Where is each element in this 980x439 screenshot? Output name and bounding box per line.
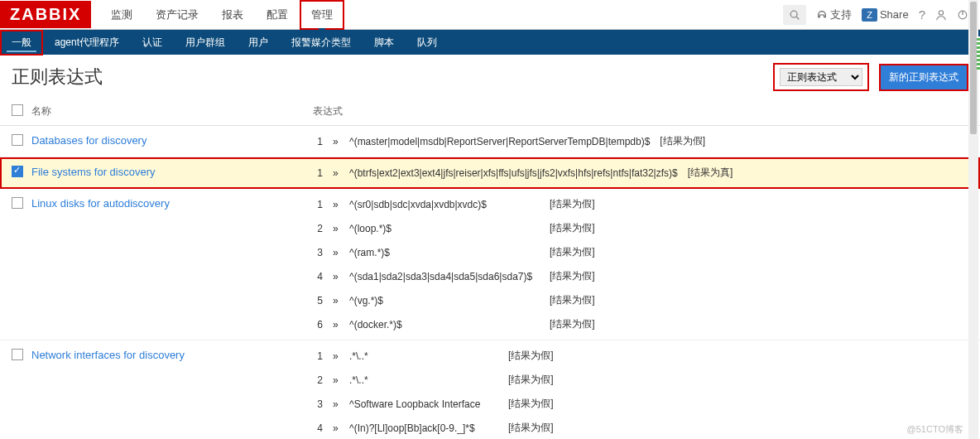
arrow-icon: » <box>333 350 339 362</box>
subnav-item-7[interactable]: 队列 <box>406 30 449 55</box>
arrow-icon: » <box>333 422 339 434</box>
user-button[interactable] <box>935 9 947 21</box>
expr-pattern: ^(btrfs|ext2|ext3|ext4|jfs|reiser|xfs|ff… <box>349 167 678 179</box>
expression-line: 5»^(vg.*)$[结果为假] <box>313 293 968 307</box>
regexp-name-link[interactable]: Databases for discovery <box>31 134 147 147</box>
regexp-table: 名称 表达式 Databases for discovery1»^(master… <box>0 98 980 439</box>
type-select[interactable]: 正则表达式 <box>780 68 862 86</box>
top-nav: 监测资产记录报表配置管理 <box>99 0 783 30</box>
expr-result: [结果为假] <box>508 373 554 387</box>
scrollbar-thumb[interactable] <box>970 2 977 134</box>
new-regexp-button[interactable]: 新的正则表达式 <box>879 64 968 91</box>
expr-result: [结果为假] <box>508 397 554 411</box>
expr-pattern: ^(docker.*)$ <box>349 319 540 330</box>
type-select-wrap: 正则表达式 <box>773 63 869 91</box>
expr-index: 2 <box>313 223 323 234</box>
expr-result: [结果为假] <box>660 134 705 148</box>
select-all-checkbox[interactable] <box>12 104 23 116</box>
svg-point-0 <box>790 11 797 17</box>
svg-line-1 <box>796 17 799 19</box>
expression-line: 3»^Software Loopback Interface[结果为假] <box>313 397 968 411</box>
column-expr-header: 表达式 <box>313 104 968 118</box>
regexp-name-link[interactable]: Network interfaces for discovery <box>31 349 185 361</box>
arrow-icon: » <box>333 136 339 147</box>
support-link[interactable]: 支持 <box>816 7 852 22</box>
topnav-item-4[interactable]: 管理 <box>300 0 344 30</box>
expr-result: [结果为假] <box>550 317 595 331</box>
table-row: Network interfaces for discovery1».*\..*… <box>0 340 980 439</box>
expression-line: 1»^(sr0|sdb|sdc|xvda|xvdb|xvdc)$[结果为假] <box>313 197 968 211</box>
expr-pattern: .*\..* <box>349 350 498 362</box>
arrow-icon: » <box>333 199 339 210</box>
expr-pattern: ^(sda1|sda2|sda3|sda4|sda5|sda6|sda7)$ <box>349 271 540 282</box>
table-header: 名称 表达式 <box>0 98 980 126</box>
arrow-icon: » <box>333 398 339 410</box>
arrow-icon: » <box>333 319 339 330</box>
arrow-icon: » <box>333 271 339 282</box>
expr-pattern: ^(vg.*)$ <box>349 295 540 306</box>
subnav-item-1[interactable]: agent代理程序 <box>43 30 131 55</box>
expression-line: 1».*\..*[结果为假] <box>313 349 968 363</box>
arrow-icon: » <box>333 167 339 179</box>
subnav-item-2[interactable]: 认证 <box>131 30 174 55</box>
expr-index: 3 <box>313 247 323 258</box>
expr-pattern: ^(master|model|msdb|ReportServer|ReportS… <box>349 136 650 147</box>
expr-index: 4 <box>313 271 323 282</box>
table-body: Databases for discovery1»^(master|model|… <box>0 126 980 439</box>
row-checkbox[interactable] <box>12 166 23 177</box>
svg-point-2 <box>939 10 943 14</box>
table-row: Linux disks for autodiscovery1»^(sr0|sdb… <box>0 189 980 340</box>
user-icon <box>935 9 947 21</box>
side-indicator <box>977 36 980 70</box>
subnav-item-0[interactable]: 一般 <box>0 30 43 55</box>
expression-line: 6»^(docker.*)$[结果为假] <box>313 317 968 331</box>
arrow-icon: » <box>333 223 339 234</box>
title-row: 正则表达式 正则表达式 新的正则表达式 <box>0 55 980 98</box>
arrow-icon: » <box>333 295 339 306</box>
table-row: File systems for discovery1»^(btrfs|ext2… <box>0 157 980 189</box>
subnav-item-4[interactable]: 用户 <box>237 30 280 55</box>
expression-line: 3»^(ram.*)$[结果为假] <box>313 245 968 259</box>
expr-pattern: ^Software Loopback Interface <box>349 398 498 410</box>
expr-index: 1 <box>313 350 323 362</box>
share-label: Share <box>880 8 909 21</box>
subnav-item-3[interactable]: 用户群组 <box>174 30 237 55</box>
support-label: 支持 <box>830 7 852 22</box>
subnav-item-6[interactable]: 脚本 <box>363 30 406 55</box>
topnav-item-0[interactable]: 监测 <box>99 0 144 30</box>
column-name-header: 名称 <box>31 104 313 118</box>
expr-result: [结果为假] <box>550 197 595 211</box>
arrow-icon: » <box>333 247 339 258</box>
row-checkbox[interactable] <box>12 349 23 360</box>
row-checkbox[interactable] <box>12 197 23 209</box>
expr-pattern: ^(loop.*)$ <box>349 223 540 234</box>
topnav-item-1[interactable]: 资产记录 <box>144 0 210 30</box>
watermark: @51CTO博客 <box>907 423 963 436</box>
expression-line: 1»^(btrfs|ext2|ext3|ext4|jfs|reiser|xfs|… <box>313 166 968 180</box>
expression-line: 4»^(In)?[Ll]oop[Bb]ack[0-9._]*$[结果为假] <box>313 421 968 435</box>
expr-index: 5 <box>313 295 323 306</box>
search-button[interactable] <box>783 5 806 25</box>
logout-button[interactable] <box>957 9 968 21</box>
expr-result: [结果为假] <box>550 269 595 283</box>
share-link[interactable]: Z Share <box>862 8 908 22</box>
expr-pattern: .*\..* <box>349 374 498 386</box>
expr-pattern: ^(In)?[Ll]oop[Bb]ack[0-9._]*$ <box>349 422 498 434</box>
expr-index: 4 <box>313 422 323 434</box>
share-badge: Z <box>862 8 877 22</box>
logo: ZABBIX <box>0 1 91 28</box>
expr-index: 6 <box>313 319 323 330</box>
topnav-item-3[interactable]: 配置 <box>255 0 300 30</box>
row-checkbox[interactable] <box>12 134 23 146</box>
expression-line: 1»^(master|model|msdb|ReportServer|Repor… <box>313 134 968 148</box>
regexp-name-link[interactable]: Linux disks for autodiscovery <box>31 197 170 210</box>
topnav-item-2[interactable]: 报表 <box>210 0 255 30</box>
expr-result: [结果为假] <box>508 421 554 435</box>
expr-pattern: ^(ram.*)$ <box>349 247 540 258</box>
expr-pattern: ^(sr0|sdb|sdc|xvda|xvdb|xvdc)$ <box>349 199 540 210</box>
sub-nav: 一般agent代理程序认证用户群组用户报警媒介类型脚本队列 <box>0 30 980 55</box>
headset-icon <box>816 9 828 21</box>
expr-result: [结果为假] <box>550 245 595 259</box>
help-button[interactable]: ? <box>919 7 925 22</box>
regexp-name-link[interactable]: File systems for discovery <box>31 166 156 178</box>
